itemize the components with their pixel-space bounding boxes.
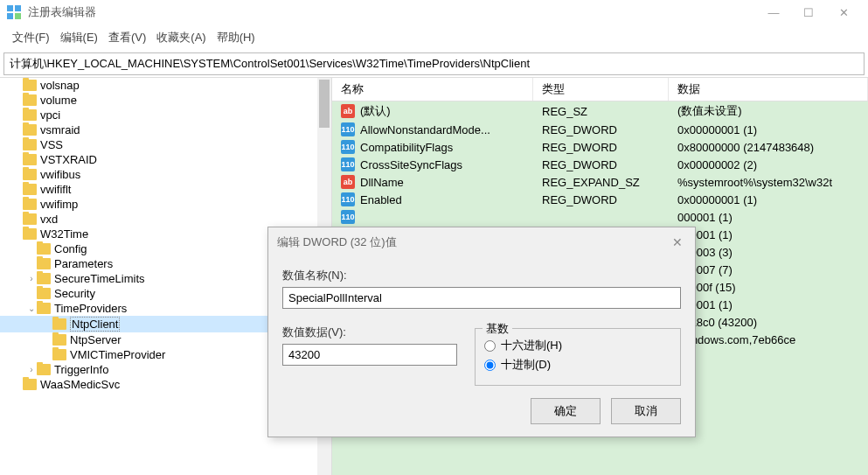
tree-item[interactable]: vwifibus xyxy=(0,167,331,182)
tree-item[interactable]: volume xyxy=(0,93,331,108)
tree-item-label: Security xyxy=(54,287,95,300)
address-bar[interactable]: 计算机\HKEY_LOCAL_MACHINE\SYSTEM\ControlSet… xyxy=(3,52,865,75)
string-value-icon: ab xyxy=(341,175,355,189)
dialog-title-bar[interactable]: 编辑 DWORD (32 位)值 ✕ xyxy=(268,227,695,257)
tree-item-label: VSTXRAID xyxy=(40,153,97,166)
svg-rect-1 xyxy=(15,5,21,11)
folder-icon xyxy=(37,258,51,269)
svg-rect-3 xyxy=(15,13,21,19)
tree-item[interactable]: vwififlt xyxy=(0,182,331,197)
tree-item[interactable]: VSS xyxy=(0,137,331,152)
list-row[interactable]: 110000001 (1) xyxy=(332,208,868,226)
list-row[interactable]: abDllNameREG_EXPAND_SZ%systemroot%\syste… xyxy=(332,173,868,191)
list-row[interactable]: 110AllowNonstandardMode...REG_DWORD0x000… xyxy=(332,121,868,138)
cell-data: 00a8c0 (43200) xyxy=(669,314,868,331)
title-bar: 注册表编辑器 ― ☐ ✕ xyxy=(0,0,868,24)
tree-item[interactable]: vwifimp xyxy=(0,197,331,212)
value-name: CrossSiteSyncFlags xyxy=(360,158,462,171)
list-row[interactable]: 110CompatibilityFlagsREG_DWORD0x80000000… xyxy=(332,138,868,156)
string-value-icon: ab xyxy=(341,104,355,118)
radio-hex[interactable]: 十六进制(H) xyxy=(484,338,671,353)
folder-icon xyxy=(52,318,66,330)
close-button[interactable]: ✕ xyxy=(826,0,861,24)
value-name: AllowNonstandardMode... xyxy=(360,123,490,136)
folder-icon xyxy=(23,169,37,180)
dialog-buttons: 确定 取消 xyxy=(282,398,681,424)
folder-icon xyxy=(23,80,37,91)
cell-data: 0x80000000 (2147483648) xyxy=(669,139,868,156)
folder-icon xyxy=(23,139,37,150)
folder-icon xyxy=(23,228,37,240)
chevron-icon[interactable]: › xyxy=(26,274,37,283)
svg-rect-2 xyxy=(7,13,13,19)
dword-value-icon: 110 xyxy=(341,122,355,136)
radio-hex-input[interactable] xyxy=(484,340,496,352)
tree-item-label: vsmraid xyxy=(40,123,80,136)
folder-icon xyxy=(37,243,51,255)
dialog-close-icon[interactable]: ✕ xyxy=(669,235,686,249)
cell-name: abDllName xyxy=(332,173,533,191)
edit-dword-dialog: 编辑 DWORD (32 位)值 ✕ 数值名称(N): 数值数据(V): 基数 … xyxy=(267,227,696,437)
cell-data: 0x00000001 (1) xyxy=(669,122,868,138)
tree-item-label: TimeProviders xyxy=(54,302,127,315)
tree-scrollbar-thumb[interactable] xyxy=(319,80,330,128)
tree-item-label: vwifibus xyxy=(40,168,80,181)
value-data-input[interactable] xyxy=(282,344,457,366)
col-header-data[interactable]: 数据 xyxy=(669,78,868,101)
tree-item-label: TriggerInfo xyxy=(54,363,108,376)
col-header-type[interactable]: 类型 xyxy=(533,78,669,101)
menu-help[interactable]: 帮助(H) xyxy=(212,28,260,47)
value-name-input[interactable] xyxy=(282,287,681,309)
col-header-name[interactable]: 名称 xyxy=(332,78,533,101)
tree-item[interactable]: vxd xyxy=(0,212,331,227)
tree-item[interactable]: vsmraid xyxy=(0,122,331,137)
cell-data: .windows.com,7eb66ce xyxy=(669,332,868,348)
folder-icon xyxy=(23,213,37,225)
svg-rect-0 xyxy=(7,5,13,11)
radio-dec[interactable]: 十进制(D) xyxy=(484,357,671,373)
value-data-label: 数值数据(V): xyxy=(282,325,457,340)
folder-icon xyxy=(23,109,37,121)
folder-icon xyxy=(37,364,51,375)
minimize-button[interactable]: ― xyxy=(756,0,791,24)
radio-dec-input[interactable] xyxy=(484,360,496,371)
tree-item[interactable]: volsnap xyxy=(0,78,331,93)
list-row[interactable]: 110CrossSiteSyncFlagsREG_DWORD0x00000002… xyxy=(332,156,868,173)
cell-data: 000001 (1) xyxy=(669,209,868,226)
folder-icon xyxy=(23,124,37,136)
menu-edit[interactable]: 编辑(E) xyxy=(55,28,103,47)
cell-name: 110 xyxy=(332,208,533,226)
chevron-icon[interactable]: › xyxy=(26,365,37,374)
cell-type: REG_DWORD xyxy=(533,157,669,173)
maximize-button[interactable]: ☐ xyxy=(791,0,826,24)
list-row[interactable]: ab(默认)REG_SZ(数值未设置) xyxy=(332,101,868,121)
window-title: 注册表编辑器 xyxy=(28,4,756,20)
ok-button[interactable]: 确定 xyxy=(531,398,601,424)
menu-view[interactable]: 查看(V) xyxy=(103,28,151,47)
value-name: CompatibilityFlags xyxy=(360,141,453,154)
cell-type: REG_SZ xyxy=(533,103,669,120)
cell-data: 000001 (1) xyxy=(669,297,868,313)
dword-value-icon: 110 xyxy=(341,210,355,224)
folder-icon xyxy=(52,349,66,360)
menu-file[interactable]: 文件(F) xyxy=(7,28,55,47)
chevron-icon[interactable]: ⌄ xyxy=(26,304,37,313)
cell-name: 110CompatibilityFlags xyxy=(332,138,533,156)
tree-item-label: Parameters xyxy=(54,257,113,270)
tree-item[interactable]: vpci xyxy=(0,108,331,122)
cell-name: ab(默认) xyxy=(332,101,533,121)
list-header: 名称 类型 数据 xyxy=(332,78,868,101)
cancel-button[interactable]: 取消 xyxy=(611,398,681,424)
cell-data: 000007 (7) xyxy=(669,262,868,278)
tree-item-label: volume xyxy=(40,94,77,107)
dword-value-icon: 110 xyxy=(341,192,355,206)
radio-hex-label: 十六进制(H) xyxy=(501,338,562,353)
cell-data: 000003 (3) xyxy=(669,244,868,261)
tree-item-label: VSS xyxy=(40,138,63,151)
tree-item-label: SecureTimeLimits xyxy=(54,272,145,285)
folder-icon xyxy=(23,199,37,210)
menu-favorites[interactable]: 收藏夹(A) xyxy=(151,28,211,47)
list-row[interactable]: 110EnabledREG_DWORD0x00000001 (1) xyxy=(332,191,868,208)
tree-item-label: Config xyxy=(54,242,87,255)
tree-item[interactable]: VSTXRAID xyxy=(0,152,331,167)
